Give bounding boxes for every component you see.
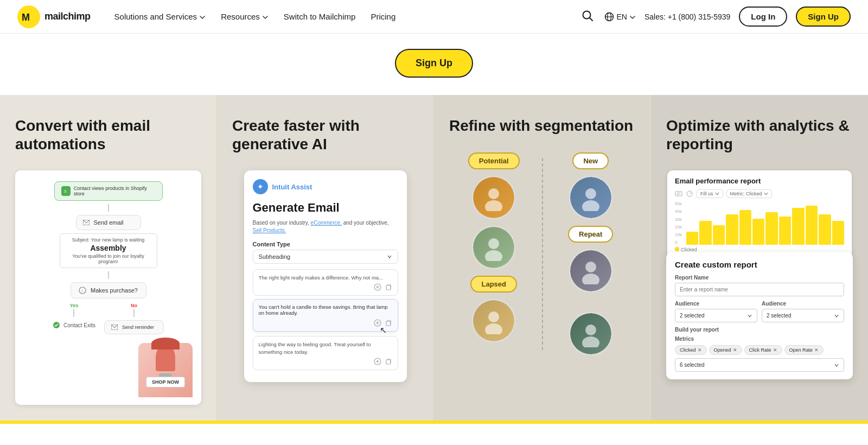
audience-select-1[interactable]: 2 selected: [675, 309, 757, 322]
avatar-2: [472, 226, 515, 269]
solutions-label: Solutions and Services: [114, 12, 197, 21]
ecommerce-link[interactable]: eCommerce,: [311, 220, 342, 226]
card-3-visual: Potential: [449, 152, 635, 359]
nav-signup-button[interactable]: Sign Up: [796, 7, 851, 27]
fill-dropdown[interactable]: Fill us: [697, 189, 723, 198]
potential-badge[interactable]: Potential: [468, 152, 520, 169]
tag-clicked-remove[interactable]: ✕: [698, 347, 702, 353]
copy-icon[interactable]: [385, 283, 392, 291]
audience-select-2[interactable]: 2 selected: [762, 309, 844, 322]
tag-click-rate-remove[interactable]: ✕: [773, 347, 777, 353]
ai-suggestion-text: You can't hold a candle to these savings…: [259, 304, 388, 316]
svg-point-33: [582, 200, 599, 211]
language-selector[interactable]: EN: [604, 12, 635, 22]
check-circle-icon: [53, 321, 60, 329]
chart-legend: Clicked: [675, 247, 844, 252]
card-1-visual: S Contact views products in Shopify stor…: [15, 170, 201, 377]
content-type-label: Content Type: [253, 241, 398, 247]
audience-label-2: Audience: [762, 301, 844, 307]
tag-click-rate-text: Click Rate: [749, 347, 771, 353]
bar-5: [739, 210, 751, 245]
ai-suggestion-box: You can't hold a candle to these savings…: [253, 299, 398, 332]
shopify-icon: S: [63, 188, 68, 194]
person-icon-1: [480, 184, 507, 211]
sales-phone: Sales: +1 (800) 315-5939: [644, 12, 730, 21]
nav-pricing[interactable]: Pricing: [364, 8, 402, 26]
ai-text-3-box: Lighting the way to feeling good. Treat …: [253, 336, 398, 370]
lang-label: EN: [616, 12, 627, 21]
build-report-label: Build your report: [675, 327, 844, 333]
cursor-icon: ↖: [380, 325, 387, 335]
new-badge[interactable]: New: [572, 152, 609, 169]
no-line: [133, 309, 135, 317]
audience-value-2: 2 selected: [767, 313, 792, 319]
bar-10: [806, 206, 818, 245]
person-icon-3: [480, 307, 507, 334]
audience-label-1: Audience: [675, 301, 757, 307]
repeat-badge[interactable]: Repeat: [568, 226, 613, 243]
metrics-count-select[interactable]: 6 selected: [675, 358, 844, 372]
bar-3: [713, 225, 725, 245]
logo[interactable]: M mailchimp: [17, 5, 91, 28]
chart-bars: [686, 201, 844, 245]
flow-question: ♪ Makes purchase?: [71, 282, 146, 298]
hero-signup-button[interactable]: Sign Up: [395, 49, 473, 78]
bar-2: [699, 221, 711, 245]
toolbar-icon-2[interactable]: [686, 190, 693, 198]
copy-icon-3[interactable]: [385, 358, 392, 365]
audience-row: Audience 2 selected Audience 2 selected: [675, 301, 844, 322]
nav-switch[interactable]: Switch to Mailchimp: [277, 8, 362, 26]
hero-area: Sign Up: [0, 34, 868, 95]
tag-opened-remove[interactable]: ✕: [733, 347, 737, 353]
metric-dropdown[interactable]: Metric: Clicked: [726, 189, 772, 198]
search-button[interactable]: [579, 8, 596, 26]
svg-text:♪: ♪: [81, 289, 84, 293]
avatar-4: [569, 176, 612, 219]
metrics-tags: Clicked ✕ Opened ✕ Click Rate ✕ Open Rat…: [675, 345, 844, 355]
lapsed-badge[interactable]: Lapsed: [470, 276, 517, 293]
navigation: M mailchimp Solutions and Services Resou…: [0, 0, 868, 34]
send-reminder-node: Send reminder: [104, 320, 164, 334]
bell-icon: ♪: [79, 287, 86, 294]
gen-email-desc: Based on your industry, eCommerce, and y…: [253, 219, 398, 234]
person-icon-2: [480, 234, 507, 261]
chart-area: 50k 40k 30k 20k 10k 0: [675, 201, 844, 245]
nav-right: EN Sales: +1 (800) 315-5939 Log In Sign …: [579, 7, 851, 27]
content-type-select[interactable]: Subheading: [253, 250, 398, 264]
svg-point-30: [488, 312, 499, 322]
tag-open-rate-remove[interactable]: ✕: [814, 347, 819, 353]
add-circle-icon-3[interactable]: [374, 358, 381, 365]
generate-email-title: Generate Email: [253, 201, 398, 215]
chart-y-axis: 50k 40k 30k 20k 10k 0: [675, 201, 684, 245]
bar-9: [792, 208, 804, 245]
audience-chevron-1-icon: [747, 313, 752, 319]
lamp-visual: SHOP NOW: [138, 343, 193, 397]
svg-rect-25: [386, 360, 391, 364]
sell-products-link[interactable]: Sell Products.: [253, 227, 286, 233]
nav-resources[interactable]: Resources: [214, 8, 275, 26]
audience-col-1: Audience 2 selected: [675, 301, 757, 322]
seg-divider: [542, 158, 543, 350]
avatar-3: [472, 299, 515, 342]
bar-7: [765, 212, 777, 245]
svg-point-29: [485, 250, 502, 261]
tag-clicked-text: Clicked: [680, 347, 696, 353]
report-name-input[interactable]: [675, 283, 844, 296]
audience-chevron-2-icon: [834, 313, 839, 319]
subject-text: Subject: Your new lamp is waiting: [72, 237, 145, 243]
y-20k: 20k: [675, 225, 682, 230]
yes-label: Yes: [70, 303, 79, 308]
desc-mid: and your objective,: [343, 220, 389, 226]
switch-label: Switch to Mailchimp: [284, 12, 356, 21]
suggestion-actions-3: [259, 358, 392, 365]
shop-now-button[interactable]: SHOP NOW: [146, 377, 185, 387]
tag-click-rate: Click Rate ✕: [744, 345, 782, 355]
selected-count: 6 selected: [680, 362, 705, 368]
login-button[interactable]: Log In: [739, 7, 787, 27]
add-circle-icon[interactable]: [374, 283, 381, 291]
nav-solutions[interactable]: Solutions and Services: [108, 8, 213, 26]
custom-report-title: Create custom report: [675, 260, 844, 269]
question-text: Makes purchase?: [91, 287, 138, 294]
svg-point-35: [582, 274, 599, 284]
toolbar-icon-1[interactable]: [675, 190, 682, 198]
